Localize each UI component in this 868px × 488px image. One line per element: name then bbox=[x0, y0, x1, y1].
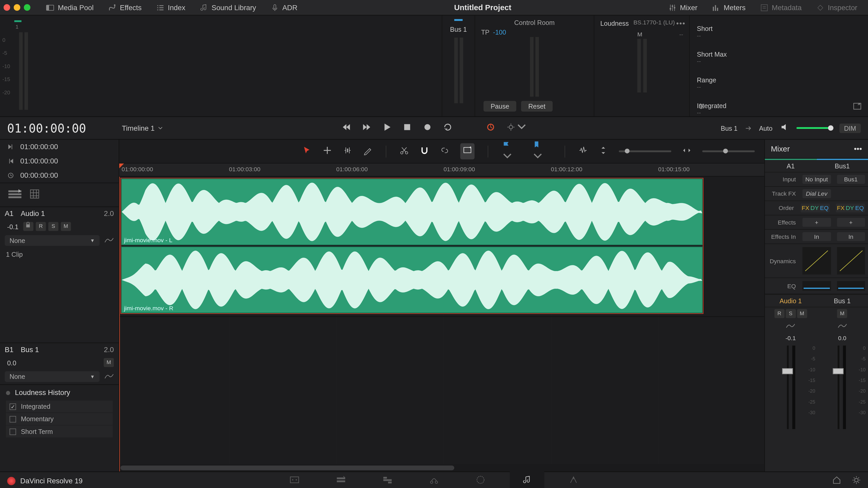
zoom-vertical[interactable] bbox=[599, 145, 609, 157]
lh-integrated[interactable]: Integrated bbox=[6, 400, 113, 412]
mixer-m-a1[interactable]: M bbox=[797, 309, 807, 318]
timeline-selector[interactable]: Timeline 1 bbox=[122, 124, 163, 132]
timecode-display[interactable]: 01:00:00:00 bbox=[7, 121, 86, 135]
pause-button[interactable]: Pause bbox=[484, 101, 517, 112]
marker-color-tool[interactable] bbox=[532, 140, 552, 163]
track-automation-b1[interactable]: None▼ bbox=[5, 371, 99, 382]
fullscreen-window[interactable] bbox=[24, 4, 30, 11]
selection-tool[interactable] bbox=[302, 145, 312, 157]
stop-button[interactable] bbox=[402, 122, 412, 134]
input-b1[interactable]: Bus1 bbox=[837, 175, 865, 184]
page-edit[interactable] bbox=[382, 475, 393, 487]
automation-curve-icon-b1[interactable] bbox=[104, 372, 114, 381]
page-fusion[interactable] bbox=[429, 475, 439, 487]
mixer-toggle[interactable]: Mixer bbox=[661, 0, 705, 15]
audio-clip[interactable]: jimi-movie.mov - L jimi-movie.mov - R bbox=[120, 178, 704, 314]
fader-b1[interactable]: 0-5-10-15-20-25-30 bbox=[816, 346, 867, 469]
record-arm-a1[interactable]: R bbox=[36, 222, 46, 231]
track-header-b1[interactable]: B1Bus 12.0 0.0 M None▼ bbox=[0, 343, 119, 385]
dynamics-b1[interactable] bbox=[837, 247, 865, 275]
page-fairlight[interactable] bbox=[510, 471, 544, 488]
order-a1[interactable]: FXDYEQ bbox=[801, 203, 830, 212]
trim-tool[interactable] bbox=[343, 145, 352, 157]
reset-button[interactable]: Reset bbox=[521, 101, 553, 112]
lock-icon[interactable] bbox=[23, 222, 33, 231]
project-settings-icon[interactable] bbox=[852, 475, 861, 486]
automation-settings[interactable] bbox=[506, 122, 526, 134]
mixer-s-a1[interactable]: S bbox=[785, 309, 796, 318]
speaker-icon[interactable] bbox=[780, 122, 789, 134]
auto-curve-b1[interactable] bbox=[816, 320, 868, 333]
auto-curve-a1[interactable] bbox=[765, 320, 816, 333]
close-window[interactable] bbox=[4, 4, 10, 11]
pencil-tool[interactable] bbox=[363, 145, 373, 157]
zoom-horizontal[interactable] bbox=[682, 145, 692, 157]
effectsin-b1[interactable]: In bbox=[837, 232, 865, 241]
fader-handle-a1[interactable] bbox=[782, 368, 793, 374]
page-color[interactable] bbox=[475, 475, 486, 487]
scrollbar-thumb[interactable] bbox=[120, 465, 454, 470]
mixer-channel-b1[interactable]: Bus1 bbox=[816, 159, 868, 172]
playhead[interactable] bbox=[119, 177, 120, 471]
eq-a1[interactable] bbox=[802, 281, 831, 291]
media-pool-toggle[interactable]: Media Pool bbox=[39, 0, 101, 15]
range-tool[interactable] bbox=[323, 145, 332, 157]
automation-button[interactable] bbox=[486, 122, 496, 134]
metadata-toggle[interactable]: Metadata bbox=[753, 0, 809, 15]
track-automation-a1[interactable]: None▼ bbox=[5, 235, 99, 246]
waveform-left[interactable]: jimi-movie.mov - L bbox=[121, 178, 703, 245]
track-header-a1[interactable]: A1Audio 12.0 -0.1 R S M None▼ 1 Clip bbox=[0, 207, 119, 343]
zoom-vertical-slider[interactable] bbox=[619, 150, 672, 152]
automation-curve-icon[interactable] bbox=[104, 236, 114, 245]
zoom-horizontal-slider[interactable] bbox=[703, 150, 755, 152]
timeline-view-options-icon[interactable] bbox=[8, 189, 22, 201]
transient-tool[interactable] bbox=[579, 145, 588, 157]
lh-momentary[interactable]: Momentary bbox=[6, 413, 113, 425]
tc-duration[interactable]: 00:00:00:00 bbox=[0, 168, 119, 183]
tc-out[interactable]: 01:00:00:00 bbox=[0, 154, 119, 168]
home-icon[interactable] bbox=[832, 475, 841, 486]
fader-handle-b1[interactable] bbox=[833, 368, 843, 374]
flag-tool[interactable] bbox=[501, 140, 521, 163]
solo-a1[interactable]: S bbox=[48, 222, 58, 231]
dynamics-a1[interactable] bbox=[802, 247, 831, 275]
tracks-area[interactable]: jimi-movie.mov - L jimi-movie.mov - R bbox=[119, 177, 764, 471]
effects-a1[interactable]: + bbox=[802, 218, 831, 227]
razor-tool[interactable] bbox=[400, 145, 409, 157]
fast-forward-button[interactable] bbox=[362, 122, 371, 134]
loudness-menu-icon[interactable]: ••• bbox=[676, 19, 685, 27]
fader-a1[interactable]: 0-5-10-15-20-25-30 bbox=[766, 346, 816, 469]
bus-track-area[interactable] bbox=[119, 316, 764, 458]
timeline-ruler[interactable]: 01:00:00:00 01:00:03:00 01:00:06:00 01:0… bbox=[119, 164, 764, 177]
order-b1[interactable]: FXDYEQ bbox=[836, 203, 865, 212]
loop-button[interactable] bbox=[443, 122, 453, 134]
waveform-right[interactable]: jimi-movie.mov - R bbox=[121, 247, 703, 313]
expand-viewer-icon[interactable] bbox=[852, 101, 862, 113]
trackfx-a1[interactable]: Dial Lev bbox=[802, 189, 831, 198]
track-db-b1[interactable]: 0.0 bbox=[5, 359, 19, 366]
mixer-db-b1[interactable]: 0.0 bbox=[816, 333, 868, 343]
snap-tool[interactable] bbox=[420, 145, 429, 157]
eq-b1[interactable] bbox=[837, 281, 865, 291]
mute-b1[interactable]: M bbox=[104, 358, 114, 367]
index-toggle[interactable]: Index bbox=[149, 0, 192, 15]
channel-name-a1[interactable]: Audio 1 bbox=[765, 295, 816, 307]
record-button[interactable] bbox=[423, 122, 432, 134]
adr-toggle[interactable]: ADR bbox=[263, 0, 305, 15]
volume-slider[interactable] bbox=[796, 127, 832, 129]
effects-toggle[interactable]: Effects bbox=[101, 0, 149, 15]
mixer-m-b1[interactable]: M bbox=[837, 309, 847, 318]
grid-icon[interactable] bbox=[30, 189, 39, 201]
page-cut[interactable] bbox=[336, 475, 346, 487]
mixer-channel-a1[interactable]: A1 bbox=[765, 159, 816, 172]
meters-toggle[interactable]: Meters bbox=[705, 0, 752, 15]
marker-tool[interactable] bbox=[460, 143, 474, 159]
page-deliver[interactable] bbox=[568, 475, 579, 487]
dim-button[interactable]: DIM bbox=[839, 123, 861, 133]
input-a1[interactable]: No Input bbox=[802, 175, 831, 184]
horizontal-scrollbar[interactable] bbox=[119, 464, 764, 471]
page-media[interactable] bbox=[289, 475, 300, 487]
tc-in[interactable]: 01:00:00:00 bbox=[0, 140, 119, 154]
mute-a1[interactable]: M bbox=[61, 222, 71, 231]
monitor-auto[interactable]: Auto bbox=[759, 124, 773, 132]
